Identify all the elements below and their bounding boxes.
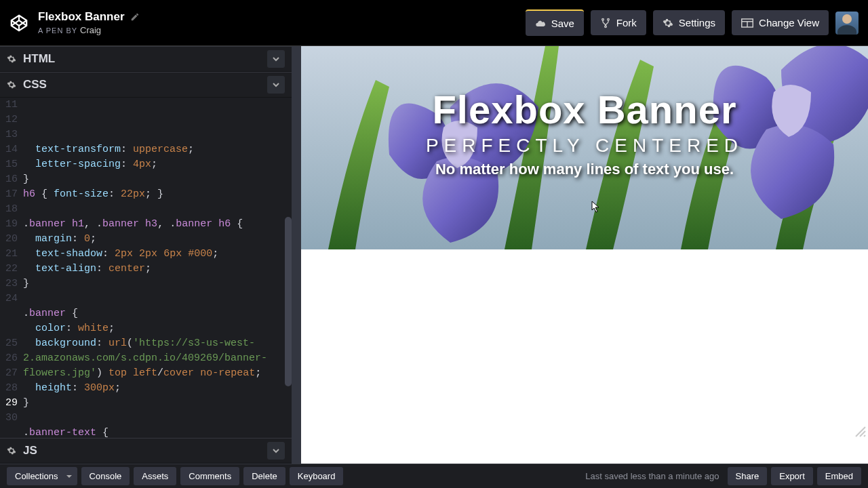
resize-handle-icon[interactable]: [854, 426, 867, 438]
banner: Flexbox Banner PERFECTLY CENTERED No mat…: [301, 46, 868, 249]
assets-button[interactable]: Assets: [134, 467, 176, 485]
html-panel-toggle[interactable]: [267, 50, 285, 68]
svg-point-4: [608, 18, 610, 20]
save-status: Last saved less than a minute ago: [585, 471, 719, 481]
banner-h6: No matter how many lines of text you use…: [301, 161, 868, 178]
pen-title[interactable]: Flexbox Banner: [38, 10, 526, 24]
collections-select[interactable]: Collections: [7, 467, 77, 485]
svg-point-3: [602, 18, 604, 20]
code-line[interactable]: }: [23, 172, 292, 187]
scrollbar-thumb[interactable]: [285, 217, 292, 386]
css-editor[interactable]: 1112131415161718192021222324 25262728293…: [0, 98, 292, 438]
code-line[interactable]: margin: 0;: [23, 232, 292, 247]
js-panel-title: JS: [23, 444, 260, 458]
change-view-button[interactable]: Change View: [732, 10, 829, 35]
banner-h3: PERFECTLY CENTERED: [301, 135, 868, 157]
html-panel-header[interactable]: HTML: [0, 46, 292, 72]
html-panel-title: HTML: [23, 52, 260, 66]
mouse-cursor-icon: [591, 201, 601, 213]
code-line[interactable]: text-transform: uppercase;: [23, 142, 292, 157]
chevron-down-icon: [272, 55, 280, 63]
js-panel-toggle[interactable]: [267, 442, 285, 460]
author-link[interactable]: Craig: [80, 25, 101, 35]
code-line[interactable]: text-align: center;: [23, 262, 292, 277]
gear-icon[interactable]: [7, 446, 16, 455]
code-line[interactable]: background: url('https://s3-us-west-2.am…: [23, 336, 292, 381]
code-line[interactable]: color: white;: [23, 321, 292, 336]
css-panel-toggle[interactable]: [267, 76, 285, 94]
code-line[interactable]: [23, 411, 292, 426]
code-line[interactable]: height: 300px;: [23, 381, 292, 396]
code-line[interactable]: text-shadow: 2px 2px 6px #000;: [23, 247, 292, 262]
code-line[interactable]: letter-spacing: 4px;: [23, 157, 292, 172]
banner-text: Flexbox Banner PERFECTLY CENTERED No mat…: [301, 46, 868, 249]
code-line[interactable]: .banner-text {: [23, 426, 292, 438]
gear-icon[interactable]: [7, 80, 16, 89]
css-panel-title: CSS: [23, 78, 260, 92]
chevron-down-icon: [272, 447, 280, 455]
js-panel-header[interactable]: JS: [0, 438, 292, 464]
code-content[interactable]: text-transform: uppercase; letter-spacin…: [23, 98, 292, 438]
gear-icon[interactable]: [7, 54, 16, 64]
save-button[interactable]: Save: [526, 9, 584, 36]
pen-title-text: Flexbox Banner: [38, 10, 125, 24]
code-line[interactable]: .banner {: [23, 306, 292, 321]
code-line[interactable]: [23, 202, 292, 217]
code-line[interactable]: .banner h1, .banner h3, .banner h6 {: [23, 217, 292, 232]
keyboard-button[interactable]: Keyboard: [290, 467, 344, 485]
edit-title-icon[interactable]: [130, 12, 140, 22]
user-avatar[interactable]: [835, 12, 859, 35]
fork-button[interactable]: Fork: [591, 10, 646, 35]
gear-icon: [663, 18, 673, 28]
line-gutter: 1112131415161718192021222324 25262728293…: [0, 98, 23, 438]
banner-h1: Flexbox Banner: [301, 87, 868, 132]
fork-icon: [600, 18, 611, 28]
result-preview: Flexbox Banner PERFECTLY CENTERED No mat…: [292, 46, 868, 464]
svg-point-5: [605, 26, 607, 28]
console-button[interactable]: Console: [81, 467, 130, 485]
app-footer: Collections Console Assets Comments Dele…: [0, 464, 868, 488]
cloud-icon: [535, 18, 546, 29]
code-line[interactable]: [23, 291, 292, 306]
embed-button[interactable]: Embed: [817, 467, 861, 485]
delete-button[interactable]: Delete: [243, 467, 285, 485]
code-line[interactable]: h6 { font-size: 22px; }: [23, 187, 292, 202]
share-button[interactable]: Share: [728, 467, 768, 485]
codepen-logo[interactable]: [9, 14, 28, 33]
css-panel-header[interactable]: CSS: [0, 72, 292, 98]
export-button[interactable]: Export: [771, 467, 813, 485]
code-line[interactable]: }: [23, 396, 292, 411]
pen-byline: A PEN BY Craig: [38, 25, 526, 35]
app-header: Flexbox Banner A PEN BY Craig Save Fork …: [0, 0, 868, 46]
settings-button[interactable]: Settings: [653, 10, 725, 35]
comments-button[interactable]: Comments: [180, 467, 239, 485]
code-line[interactable]: }: [23, 277, 292, 291]
chevron-down-icon: [272, 81, 280, 89]
layout-icon: [741, 18, 753, 28]
